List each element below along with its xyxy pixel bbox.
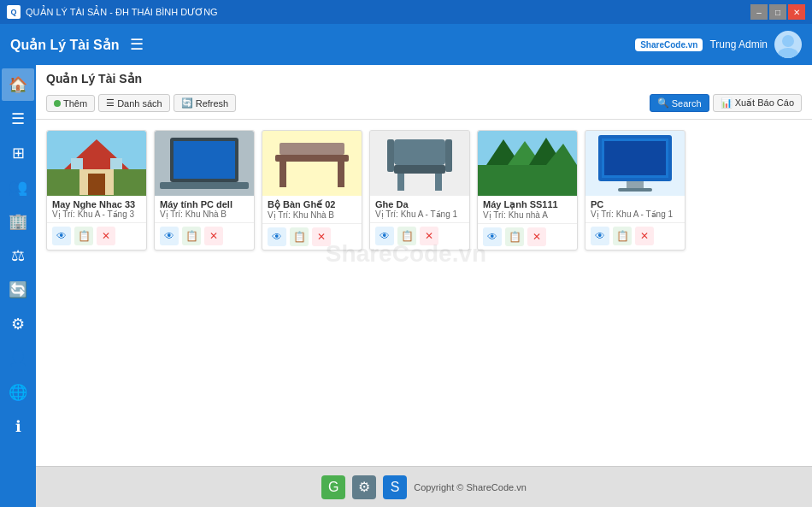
main-layout: 🏠 ☰ ⊞ 👥 🏢 ⚖ 🔄 ⚙ 👤 🌐 ℹ Quản Lý Tài Sản Th… (0, 65, 812, 507)
asset-info: Máy Lạnh SS111 Vị Trí: Khu nhà A (478, 196, 577, 223)
view-button[interactable]: 👁 (160, 227, 179, 245)
title-bar: Q QUẢN LÝ TÀI SẢN - ĐH THÁI BÌNH DƯƠNG –… (0, 0, 812, 24)
asset-info: Máy tính PC dell Vị Trí: Khu Nhà B (155, 196, 254, 222)
sidebar-item-settings[interactable]: ⚙ (2, 308, 34, 340)
svg-rect-36 (618, 188, 652, 192)
asset-card: Máy Lạnh SS111 Vị Trí: Khu nhà A 👁 📋 ✕ (477, 130, 578, 251)
asset-card: Máy tính PC dell Vị Trí: Khu Nhà B 👁 📋 ✕ (154, 130, 255, 251)
window-controls: – □ ✕ (750, 4, 805, 20)
asset-name: Ghe Da (375, 199, 464, 209)
delete-button[interactable]: ✕ (635, 227, 654, 245)
delete-button[interactable]: ✕ (97, 227, 115, 245)
svg-rect-12 (160, 182, 249, 189)
asset-name: Máy Lạnh SS111 (483, 199, 572, 210)
edit-button[interactable]: 📋 (505, 227, 524, 246)
export-icon: 📊 (721, 97, 733, 109)
asset-info: PC Vị Trí: Khu A - Tầng 1 (585, 196, 685, 222)
svg-rect-22 (435, 174, 442, 191)
refresh-button[interactable]: 🔄 Refresh (174, 94, 237, 112)
svg-rect-6 (88, 174, 105, 195)
svg-rect-8 (110, 158, 122, 169)
edit-button[interactable]: 📋 (290, 227, 309, 246)
title-bar-text: QUẢN LÝ TÀI SẢN - ĐH THÁI BÌNH DƯƠNG (26, 7, 218, 18)
asset-actions: 👁 📋 ✕ (262, 223, 362, 250)
hamburger-button[interactable]: ☰ (130, 35, 144, 54)
header-title: Quản Lý Tài Sản (10, 37, 120, 53)
asset-location: Vị Trí: Khu Nhà B (268, 210, 356, 220)
asset-card: May Nghe Nhac 33 Vị Trí: Khu A - Tầng 3 … (46, 130, 147, 251)
sidebar-item-profile[interactable]: 👤 (2, 342, 34, 374)
search-button[interactable]: 🔍 Search (650, 94, 709, 112)
asset-info: Bộ Bàn Ghế 02 Vị Trí: Khu Nhà B (262, 196, 362, 223)
sidebar-item-home[interactable]: 🏠 (2, 68, 34, 101)
footer-icon-blue: S (383, 475, 407, 499)
delete-button[interactable]: ✕ (527, 227, 546, 246)
view-button[interactable]: 👁 (375, 227, 394, 245)
asset-actions: 👁 📋 ✕ (370, 222, 469, 249)
sidebar-item-refresh[interactable]: 🔄 (2, 274, 34, 306)
view-button[interactable]: 👁 (52, 227, 71, 245)
asset-info: May Nghe Nhac 33 Vị Trí: Khu A - Tầng 3 (47, 196, 146, 222)
sidebar-item-grid[interactable]: ⊞ (2, 137, 34, 169)
toolbar: Thêm ☰ Danh sách 🔄 Refresh 🔍 Search 📊 (46, 91, 802, 115)
svg-point-0 (782, 35, 794, 47)
asset-image (585, 131, 685, 196)
list-icon: ☰ (106, 97, 115, 109)
svg-rect-35 (627, 181, 644, 188)
svg-rect-15 (279, 162, 286, 187)
delete-button[interactable]: ✕ (204, 227, 223, 245)
asset-location: Vị Trí: Khu nhà A (483, 210, 572, 220)
asset-location: Vị Trí: Khu A - Tầng 3 (52, 209, 141, 219)
delete-button[interactable]: ✕ (312, 227, 331, 246)
asset-actions: 👁 📋 ✕ (585, 222, 685, 249)
edit-button[interactable]: 📋 (613, 227, 632, 245)
sidebar-item-info[interactable]: ℹ (2, 410, 34, 443)
svg-point-1 (778, 48, 798, 58)
asset-image (262, 131, 362, 196)
sidebar-item-scale[interactable]: ⚖ (2, 239, 34, 272)
asset-image (47, 131, 146, 196)
edit-button[interactable]: 📋 (182, 227, 201, 245)
footer-icon-green: G (321, 475, 345, 499)
list-button[interactable]: ☰ Danh sách (98, 94, 170, 112)
delete-button[interactable]: ✕ (420, 227, 438, 245)
view-button[interactable]: 👁 (591, 227, 609, 245)
asset-info: Ghe Da Vị Trí: Khu A - Tầng 1 (370, 196, 469, 222)
edit-button[interactable]: 📋 (74, 227, 93, 245)
view-button[interactable]: 👁 (268, 227, 286, 246)
svg-rect-14 (275, 155, 349, 162)
maximize-button[interactable]: □ (769, 4, 786, 20)
asset-actions: 👁 📋 ✕ (47, 222, 146, 249)
asset-card: Ghe Da Vị Trí: Khu A - Tầng 1 👁 📋 ✕ (369, 130, 470, 251)
sidebar-item-globe[interactable]: 🌐 (2, 376, 34, 409)
add-button[interactable]: Thêm (46, 95, 95, 112)
svg-rect-34 (604, 141, 666, 175)
svg-rect-26 (478, 165, 577, 196)
svg-rect-17 (279, 143, 344, 155)
asset-location: Vị Trí: Khu A - Tầng 1 (591, 209, 680, 219)
footer: G ⚙ S Copyright © ShareCode.vn (36, 466, 812, 507)
asset-card: Bộ Bàn Ghế 02 Vị Trí: Khu Nhà B 👁 📋 ✕ (262, 130, 362, 251)
sidebar-item-menu[interactable]: ☰ (2, 103, 34, 135)
asset-grid: May Nghe Nhac 33 Vị Trí: Khu A - Tầng 3 … (36, 120, 812, 466)
export-button[interactable]: 📊 Xuất Báo Cáo (713, 94, 802, 112)
search-icon: 🔍 (657, 97, 669, 109)
edit-button[interactable]: 📋 (397, 227, 416, 245)
close-button[interactable]: ✕ (788, 4, 805, 20)
asset-name: May Nghe Nhac 33 (52, 199, 141, 209)
sidebar: 🏠 ☰ ⊞ 👥 🏢 ⚖ 🔄 ⚙ 👤 🌐 ℹ (0, 65, 36, 507)
minimize-button[interactable]: – (750, 4, 768, 20)
page-title: Quản Lý Tài Sản (46, 72, 802, 85)
asset-actions: 👁 📋 ✕ (478, 223, 577, 250)
svg-rect-20 (394, 165, 445, 174)
asset-image (478, 131, 577, 196)
add-icon (54, 100, 61, 107)
asset-name: Máy tính PC dell (160, 199, 249, 209)
sidebar-item-users[interactable]: 👥 (2, 171, 34, 203)
sidebar-item-building[interactable]: 🏢 (2, 205, 34, 238)
header: Quản Lý Tài Sản ☰ ShareCode.vn Trung Adm… (0, 24, 812, 65)
svg-rect-24 (445, 139, 452, 172)
asset-name: PC (591, 199, 680, 209)
avatar (774, 31, 802, 58)
view-button[interactable]: 👁 (483, 227, 502, 246)
